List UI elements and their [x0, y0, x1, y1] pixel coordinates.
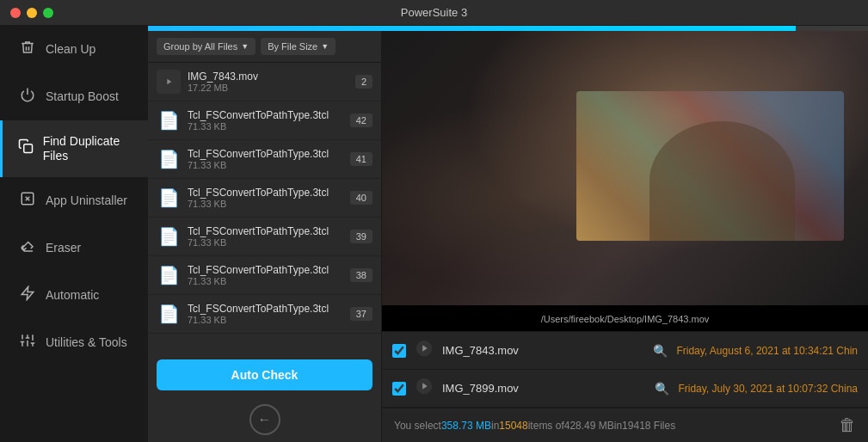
sidebar-item-clean-up[interactable]: Clean Up [0, 26, 148, 73]
file-info: Tcl_FSConvertToPathType.3tcl 71.33 KB [188, 148, 343, 170]
file-badge: 37 [350, 307, 372, 321]
file-icon: 📄 [157, 186, 181, 210]
file-info: Tcl_FSConvertToPathType.3tcl 71.33 KB [188, 225, 343, 248]
sidebar-item-find-duplicate[interactable]: Find Duplicate Files [0, 120, 148, 177]
status-selected-size: 358.73 MB [441, 420, 491, 432]
file-name: Tcl_FSConvertToPathType.3tcl [188, 109, 343, 121]
close-button[interactable] [10, 8, 21, 18]
result-checkbox-2[interactable] [392, 382, 406, 396]
file-name: Tcl_FSConvertToPathType.3tcl [188, 187, 343, 199]
sidebar-item-startup-boost[interactable]: Startup Boost [0, 73, 148, 120]
file-size: 17.22 MB [188, 83, 348, 93]
list-item[interactable]: 📄 Tcl_FSConvertToPathType.3tcl 71.33 KB … [148, 179, 381, 218]
svg-rect-0 [24, 144, 33, 153]
file-icon [157, 70, 181, 94]
video-file-icon [157, 70, 181, 94]
status-text-in2: in [614, 420, 622, 432]
status-total-files: 19418 Files [622, 420, 675, 432]
preview-filepath: /Users/fireebok/Desktop/IMG_7843.mov [382, 314, 868, 324]
file-badge: 40 [350, 191, 372, 205]
sidebar-item-automatic[interactable]: Automatic [0, 272, 148, 319]
file-info: Tcl_FSConvertToPathType.3tcl 71.33 KB [188, 264, 343, 286]
status-text-items: items of [528, 420, 564, 432]
file-name: Tcl_FSConvertToPathType.3tcl [188, 225, 343, 237]
sidebar-item-label: Clean Up [46, 42, 95, 57]
sidebar-item-label: Find Duplicate Files [43, 134, 132, 163]
result-date-2: Friday, July 30, 2021 at 10:07:32 China [678, 383, 858, 395]
chevron-down-icon: ▼ [241, 42, 249, 51]
status-bar: You select 358.73 MB in 15048 items of 4… [382, 408, 868, 442]
result-row: IMG_7899.mov 🔍 Friday, July 30, 2021 at … [382, 370, 868, 408]
image-person-sim [649, 121, 796, 242]
status-selected-count: 15048 [499, 420, 527, 432]
file-badge: 2 [355, 75, 372, 89]
sidebar-item-label: Eraser [46, 241, 81, 255]
uninstaller-icon [18, 191, 37, 211]
content-main: Group by All Files ▼ By File Size ▼ [148, 31, 868, 442]
maximize-button[interactable] [43, 8, 53, 18]
sidebar-item-app-uninstaller[interactable]: App Uninstaller [0, 177, 148, 224]
file-list: IMG_7843.mov 17.22 MB 2 📄 Tcl_FSConvertT… [148, 63, 381, 353]
lightning-icon [18, 285, 37, 305]
file-size: 71.33 KB [188, 276, 343, 286]
result-row: IMG_7843.mov 🔍 Friday, August 6, 2021 at… [382, 332, 868, 370]
sidebar-item-label: Automatic [46, 288, 99, 303]
result-filename-1: IMG_7843.mov [442, 344, 644, 357]
file-size: 71.33 KB [188, 199, 343, 209]
app-body: Clean Up Startup Boost Find Duplicate Fi… [0, 26, 868, 442]
app-title: PowerSuite 3 [401, 6, 467, 19]
trash-button[interactable]: 🗑 [839, 415, 856, 435]
doc-file-icon: 📄 [158, 265, 180, 285]
file-panel-header: Group by All Files ▼ By File Size ▼ [148, 31, 381, 63]
chevron-down-icon: ▼ [321, 42, 329, 51]
minimize-button[interactable] [27, 8, 37, 18]
back-btn-area: ← [148, 397, 381, 442]
doc-file-icon: 📄 [158, 187, 180, 208]
eraser-icon [18, 238, 37, 258]
file-icon: 📄 [157, 108, 181, 132]
search-icon[interactable]: 🔍 [655, 382, 669, 396]
file-size: 71.33 KB [188, 121, 343, 132]
sort-by-dropdown[interactable]: By File Size ▼ [261, 38, 336, 55]
window-controls [10, 8, 53, 18]
sidebar-item-utilities[interactable]: Utilities & Tools [0, 319, 148, 366]
file-size: 71.33 KB [188, 160, 343, 170]
tools-icon [18, 333, 37, 353]
back-button[interactable]: ← [249, 404, 280, 435]
file-name: Tcl_FSConvertToPathType.3tcl [188, 148, 343, 160]
titlebar: PowerSuite 3 [0, 0, 868, 26]
list-item[interactable]: 📄 Tcl_FSConvertToPathType.3tcl 71.33 KB … [148, 256, 381, 295]
list-item[interactable]: 📄 Tcl_FSConvertToPathType.3tcl 71.33 KB … [148, 101, 381, 140]
sidebar-item-eraser[interactable]: Eraser [0, 224, 148, 272]
status-text-in: in [491, 420, 499, 432]
right-panel: /Users/fireebok/Desktop/IMG_7843.mov [382, 31, 868, 442]
main-content: Group by All Files ▼ By File Size ▼ [148, 26, 868, 442]
svg-marker-4 [22, 286, 34, 299]
search-icon[interactable]: 🔍 [653, 344, 668, 358]
file-size: 71.33 KB [188, 315, 343, 325]
group-by-dropdown[interactable]: Group by All Files ▼ [157, 38, 255, 55]
list-item[interactable]: 📄 Tcl_FSConvertToPathType.3tcl 71.33 KB … [148, 218, 381, 256]
file-name: IMG_7843.mov [188, 71, 348, 83]
file-icon: 📄 [157, 302, 181, 326]
auto-check-button[interactable]: Auto Check [157, 359, 372, 390]
file-badge: 41 [350, 152, 372, 166]
file-info: Tcl_FSConvertToPathType.3tcl 71.33 KB [188, 187, 343, 209]
duplicate-icon [18, 138, 34, 158]
file-info: IMG_7843.mov 17.22 MB [188, 71, 348, 93]
file-icon: 📄 [157, 263, 181, 287]
file-name: Tcl_FSConvertToPathType.3tcl [188, 303, 343, 315]
result-checkbox-1[interactable] [392, 344, 406, 358]
trash-icon [18, 40, 37, 59]
list-item[interactable]: IMG_7843.mov 17.22 MB 2 [148, 63, 381, 101]
sidebar: Clean Up Startup Boost Find Duplicate Fi… [0, 26, 148, 442]
doc-file-icon: 📄 [158, 149, 180, 169]
file-info: Tcl_FSConvertToPathType.3tcl 71.33 KB [188, 109, 343, 132]
list-item[interactable]: 📄 Tcl_FSConvertToPathType.3tcl 71.33 KB … [148, 140, 381, 179]
video-result-icon [415, 377, 434, 400]
file-icon: 📄 [157, 147, 181, 171]
sidebar-item-label: Startup Boost [46, 89, 119, 104]
sidebar-item-label: Utilities & Tools [46, 335, 127, 350]
file-name: Tcl_FSConvertToPathType.3tcl [188, 264, 343, 276]
list-item[interactable]: 📄 Tcl_FSConvertToPathType.3tcl 71.33 KB … [148, 295, 381, 334]
